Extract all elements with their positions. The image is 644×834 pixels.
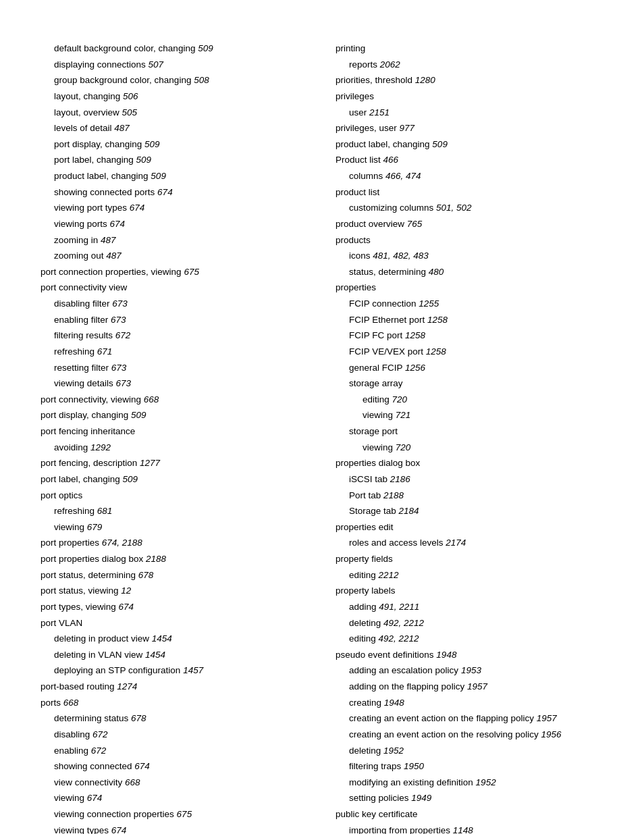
entry-page: 1258 (426, 346, 446, 357)
entry-text: editing (349, 633, 379, 644)
entry-page: 509 (198, 43, 213, 53)
index-entry: port status, determining 678 (41, 567, 308, 583)
index-entry: pseudo event definitions 1948 (336, 647, 603, 663)
entry-page: 672 (115, 330, 131, 340)
index-entry: product label, changing 509 (41, 168, 308, 184)
index-entry: port optics (41, 488, 308, 504)
index-entry: FCIP VE/VEX port 1258 (336, 344, 603, 360)
entry-text: privileges (336, 91, 374, 101)
entry-text: filtering results (54, 330, 115, 340)
index-entry: FCIP Ethernet port 1258 (336, 312, 603, 328)
entry-text: displaying connections (54, 59, 149, 70)
entry-text: port display, changing (41, 410, 131, 420)
entry-text: setting policies (349, 793, 411, 803)
index-entry: refreshing 671 (41, 344, 308, 360)
entry-page: 673 (111, 363, 127, 373)
index-entry: viewing 674 (41, 790, 308, 806)
entry-text: determining status (54, 713, 131, 723)
entry-text: viewing ports (54, 219, 110, 229)
entry-text: adding (349, 602, 379, 612)
entry-page: 1277 (140, 458, 160, 468)
entry-page: 2212 (379, 570, 399, 580)
entry-text: viewing (54, 522, 87, 532)
entry-page: 674 (130, 203, 145, 213)
index-entry: viewing 720 (336, 440, 603, 456)
index-entry: editing 492, 2212 (336, 631, 603, 647)
entry-page: 466 (383, 155, 399, 165)
entry-text: deleting in VLAN view (54, 650, 145, 660)
index-entry: showing connected 674 (41, 758, 308, 775)
index-entry: viewing details 673 (41, 375, 308, 392)
entry-page: 466, 474 (385, 171, 421, 181)
index-entry: properties (336, 280, 603, 296)
entry-text: deleting (349, 746, 383, 756)
entry-page: 1280 (415, 75, 435, 85)
entry-text: port fencing, description (41, 458, 140, 468)
index-entry: port connection properties, viewing 675 (41, 264, 308, 280)
index-entry: port-based routing 1274 (41, 679, 308, 695)
entry-text: privileges, user (336, 123, 400, 133)
entry-page: 1952 (476, 777, 496, 787)
entry-page: 668 (144, 394, 159, 405)
entry-text: priorities, threshold (336, 75, 415, 85)
entry-text: storage array (349, 378, 403, 388)
entry-page: 672 (91, 746, 107, 756)
index-entry: storage port (336, 423, 603, 440)
entry-text: properties (336, 282, 376, 292)
entry-text: products (336, 235, 371, 245)
entry-page: 1953 (461, 665, 481, 675)
index-entry: property fields (336, 551, 603, 567)
entry-page: 1258 (427, 315, 448, 325)
entry-text: port-based routing (41, 681, 117, 692)
left-column: default background color, changing 509di… (41, 41, 308, 834)
entry-text: port optics (41, 490, 82, 500)
entry-text: roles and access levels (349, 538, 446, 548)
index-entry: general FCIP 1256 (336, 360, 603, 376)
entry-page: 671 (97, 346, 113, 357)
index-entry: editing 2212 (336, 567, 603, 583)
index-entry: adding an escalation policy 1953 (336, 662, 603, 679)
entry-text: enabling (54, 746, 91, 756)
entry-text: port types, viewing (41, 602, 119, 612)
entry-text: user (349, 107, 369, 118)
index-entry: viewing port types 674 (41, 200, 308, 216)
index-entry: zooming out 487 (41, 248, 308, 264)
index-entry: Product list 466 (336, 152, 603, 168)
index-entry: FCIP FC port 1258 (336, 328, 603, 344)
entry-page: 674 (87, 793, 103, 803)
entry-page: 679 (87, 522, 103, 532)
entry-text: filtering traps (349, 761, 404, 771)
index-entry: viewing connection properties 675 (41, 806, 308, 823)
index-entry: default background color, changing 509 (41, 41, 308, 57)
entry-text: default background color, changing (54, 43, 198, 53)
entry-page: 492, 2212 (379, 633, 419, 644)
entry-page: 672 (92, 729, 108, 739)
entry-text: showing connected (54, 761, 134, 771)
index-entry: view connectivity 668 (41, 775, 308, 791)
entry-page: 668 (125, 777, 140, 787)
entry-text: storage port (349, 426, 398, 436)
entry-text: zooming out (54, 251, 106, 261)
index-entry: group background color, changing 508 (41, 72, 308, 88)
index-entry: levels of detail 487 (41, 120, 308, 136)
index-entry: resetting filter 673 (41, 360, 308, 376)
entry-page: 2186 (390, 474, 410, 484)
index-entry: determining status 678 (41, 710, 308, 727)
entry-text: layout, overview (54, 107, 122, 118)
index-entry: creating an event action on the resolvin… (336, 727, 603, 743)
entry-text: port status, viewing (41, 585, 121, 596)
entry-text: adding on the flapping policy (349, 681, 467, 692)
entry-page: 2151 (369, 107, 390, 118)
index-entry: disabling filter 673 (41, 296, 308, 312)
index-entry: viewing ports 674 (41, 216, 308, 232)
entry-page: 1948 (384, 698, 404, 708)
index-entry: importing from properties 1148 (336, 823, 603, 834)
entry-text: Product list (336, 155, 383, 165)
entry-page: 2062 (380, 59, 400, 70)
entry-text: showing connected ports (54, 187, 157, 197)
index-entry: refreshing 681 (41, 503, 308, 519)
entry-page: 1292 (90, 442, 111, 452)
entry-text: port connectivity, viewing (41, 394, 144, 405)
index-entry: privileges (336, 88, 603, 105)
entry-text: columns (349, 171, 385, 181)
